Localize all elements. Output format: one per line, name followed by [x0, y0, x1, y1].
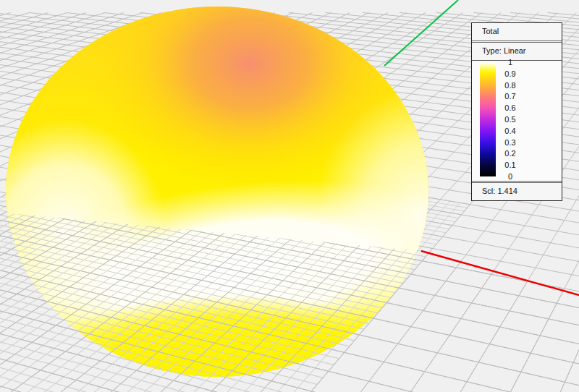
- tick-label: 1: [501, 57, 520, 69]
- tick-label: 0.8: [501, 80, 520, 92]
- tick-label: 0.3: [501, 137, 520, 149]
- legend-scale-label: Scl: 1.414: [472, 181, 562, 200]
- legend-title: Total: [472, 23, 562, 43]
- viewport-3d[interactable]: Total Type: Linear 1 0.9 0.8 0.7 0.6 0.5…: [0, 0, 579, 392]
- tick-label: 0.4: [501, 126, 520, 137]
- legend-panel: Total Type: Linear 1 0.9 0.8 0.7 0.6 0.5…: [471, 22, 562, 201]
- tick-label: 0.6: [501, 103, 520, 114]
- x-axis-line: [421, 251, 579, 295]
- tick-label: 0: [501, 171, 520, 183]
- colorbar-ticks: 1 0.9 0.8 0.7 0.6 0.5 0.4 0.3 0.2 0.1 0: [501, 57, 520, 183]
- tick-label: 0.1: [501, 160, 520, 171]
- legend-colorbar-area: 1 0.9 0.8 0.7 0.6 0.5 0.4 0.3 0.2 0.1 0: [472, 61, 562, 181]
- tick-label: 0.7: [501, 91, 520, 103]
- tick-label: 0.5: [501, 114, 520, 126]
- colorbar-gradient: [480, 62, 496, 176]
- tick-label: 0.9: [501, 69, 520, 80]
- tick-label: 0.2: [501, 148, 520, 160]
